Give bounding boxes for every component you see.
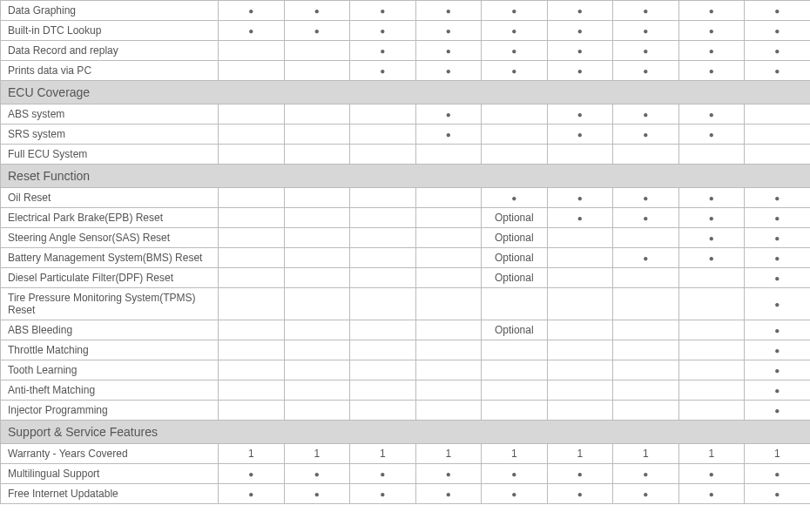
table-cell: ● xyxy=(547,104,613,125)
dot-icon: ● xyxy=(643,253,648,263)
dot-icon: ● xyxy=(774,26,780,36)
dot-icon: ● xyxy=(709,110,714,119)
table-row: Oil Reset●●●●● xyxy=(1,188,811,208)
table-cell xyxy=(613,320,679,340)
table-cell xyxy=(482,104,548,125)
table-cell: ● xyxy=(613,61,679,81)
table-cell xyxy=(284,208,350,228)
table-cell: ● xyxy=(219,484,285,504)
table-cell: 1 xyxy=(613,444,679,464)
table-cell xyxy=(415,188,482,208)
table-cell xyxy=(415,145,482,165)
table-cell: ● xyxy=(547,125,613,145)
table-cell: ● xyxy=(745,208,811,228)
table-cell xyxy=(547,248,613,268)
table-cell: ● xyxy=(482,41,548,61)
table-cell xyxy=(745,145,811,165)
dot-icon: ● xyxy=(511,6,516,16)
table-cell: ● xyxy=(547,21,613,41)
table-cell xyxy=(284,360,350,380)
feature-label: Built-in DTC Lookup xyxy=(1,21,219,41)
table-cell: ● xyxy=(613,125,679,145)
dot-icon: ● xyxy=(709,193,714,203)
dot-icon: ● xyxy=(380,26,385,36)
feature-label: Prints data via PC xyxy=(1,61,219,81)
dot-icon: ● xyxy=(577,213,583,223)
table-cell xyxy=(547,228,613,248)
dot-icon: ● xyxy=(774,489,780,499)
table-cell xyxy=(350,360,416,380)
table-cell: ● xyxy=(547,464,613,484)
table-cell xyxy=(284,401,350,421)
table-cell xyxy=(219,188,285,208)
table-cell xyxy=(284,104,350,125)
dot-icon: ● xyxy=(248,469,253,479)
table-cell xyxy=(415,320,482,340)
feature-label: Tire Pressure Monitoring System(TPMS) Re… xyxy=(1,288,219,320)
dot-icon: ● xyxy=(774,273,780,283)
table-cell xyxy=(219,288,285,320)
section-header-cell: Reset Function xyxy=(1,165,811,188)
dot-icon: ● xyxy=(314,6,320,16)
dot-icon: ● xyxy=(577,469,583,479)
table-cell: ● xyxy=(415,41,482,61)
dot-icon: ● xyxy=(709,26,714,36)
table-cell: ● xyxy=(547,208,613,228)
table-cell xyxy=(284,61,350,81)
table-cell xyxy=(219,228,285,248)
table-cell xyxy=(284,248,350,268)
feature-label: Diesel Particulate Filter(DPF) Reset xyxy=(1,268,219,288)
table-cell xyxy=(678,380,745,401)
feature-label: Multilingual Support xyxy=(1,464,219,484)
table-cell xyxy=(415,401,482,421)
table-cell: ● xyxy=(678,464,745,484)
table-cell xyxy=(613,228,679,248)
table-cell xyxy=(745,104,811,125)
dot-icon: ● xyxy=(643,469,648,479)
table-cell xyxy=(482,145,548,165)
table-cell: ● xyxy=(745,268,811,288)
table-cell xyxy=(219,208,285,228)
table-cell: ● xyxy=(745,360,811,380)
table-cell xyxy=(284,320,350,340)
table-cell: ● xyxy=(678,1,745,21)
table-cell xyxy=(350,380,416,401)
feature-label: SRS system xyxy=(1,125,219,145)
table-row: Tire Pressure Monitoring System(TPMS) Re… xyxy=(1,288,811,320)
table-cell xyxy=(350,188,416,208)
table-cell: ● xyxy=(745,288,811,320)
table-cell: ● xyxy=(678,41,745,61)
table-cell xyxy=(482,360,548,380)
dot-icon: ● xyxy=(380,66,385,76)
dot-icon: ● xyxy=(248,6,253,16)
table-cell xyxy=(219,41,285,61)
table-cell: ● xyxy=(415,464,482,484)
table-row: Injector Programming● xyxy=(1,401,811,421)
dot-icon: ● xyxy=(774,66,780,76)
table-cell: ● xyxy=(350,484,416,504)
table-cell: ● xyxy=(745,248,811,268)
dot-icon: ● xyxy=(314,489,320,499)
table-cell: ● xyxy=(613,464,679,484)
table-cell xyxy=(350,340,416,360)
table-cell: ● xyxy=(678,208,745,228)
table-cell: 1 xyxy=(745,444,811,464)
table-cell xyxy=(350,401,416,421)
feature-label: Anti-theft Matching xyxy=(1,380,219,401)
table-cell: ● xyxy=(415,21,482,41)
table-cell xyxy=(415,360,482,380)
table-cell xyxy=(219,248,285,268)
table-cell xyxy=(613,268,679,288)
table-cell xyxy=(678,401,745,421)
table-cell: ● xyxy=(350,464,416,484)
table-cell xyxy=(547,268,613,288)
table-cell xyxy=(547,145,613,165)
dot-icon: ● xyxy=(709,253,714,263)
table-cell: ● xyxy=(678,248,745,268)
table-cell: ● xyxy=(678,484,745,504)
table-cell: ● xyxy=(745,21,811,41)
dot-icon: ● xyxy=(511,489,516,499)
dot-icon: ● xyxy=(248,26,253,36)
table-cell xyxy=(678,288,745,320)
dot-icon: ● xyxy=(643,46,648,56)
